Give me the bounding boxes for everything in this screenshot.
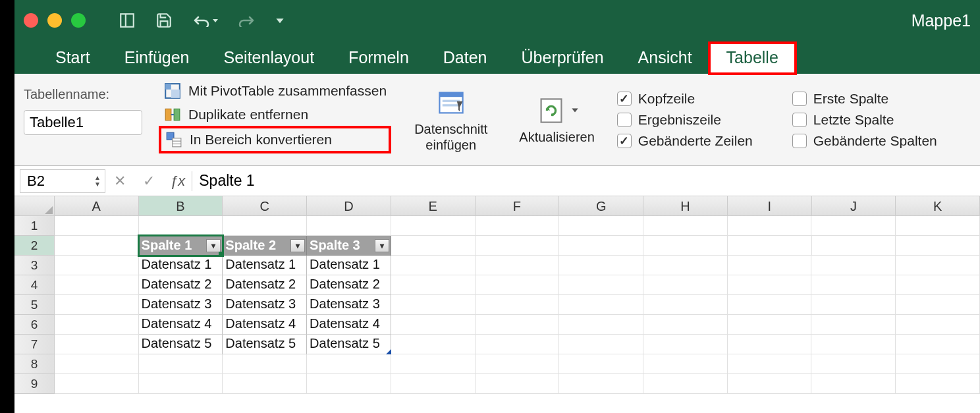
- cell[interactable]: [643, 275, 728, 295]
- cell[interactable]: [559, 335, 643, 354]
- insert-slicer-button[interactable]: Datenschnitt einfügen: [408, 84, 494, 155]
- cell[interactable]: [476, 335, 560, 354]
- tab-ansicht[interactable]: Ansicht: [621, 43, 709, 74]
- cell[interactable]: Datensatz 4: [139, 315, 223, 335]
- cell[interactable]: Spalte 3▾: [307, 236, 391, 256]
- cell[interactable]: [728, 236, 812, 256]
- row-header[interactable]: 5: [14, 295, 55, 315]
- cell[interactable]: [391, 315, 476, 335]
- cell[interactable]: [811, 295, 896, 315]
- cell[interactable]: Spalte 1▾: [139, 236, 223, 256]
- cell[interactable]: Datensatz 5: [223, 335, 307, 354]
- cell[interactable]: Datensatz 2: [139, 275, 223, 295]
- col-header[interactable]: D: [307, 196, 391, 216]
- filter-dropdown-icon[interactable]: ▾: [290, 239, 305, 252]
- cell[interactable]: [728, 256, 812, 275]
- spreadsheet-grid[interactable]: A B C D E F G H I J K 12Spalte 1▾Spalte …: [14, 196, 980, 413]
- cell[interactable]: [139, 354, 223, 374]
- cell[interactable]: [643, 354, 728, 374]
- table-name-input[interactable]: [24, 110, 142, 135]
- cell[interactable]: [811, 315, 896, 335]
- cell[interactable]: Datensatz 5: [139, 335, 223, 354]
- select-all-corner[interactable]: [14, 196, 55, 216]
- cell[interactable]: [559, 236, 643, 256]
- first-column-checkbox[interactable]: Erste Spalte: [792, 91, 937, 107]
- cell[interactable]: [728, 374, 812, 394]
- cell[interactable]: [811, 275, 896, 295]
- cell[interactable]: [559, 295, 643, 315]
- convert-to-range-button[interactable]: In Bereich konvertieren: [161, 128, 389, 151]
- total-row-checkbox[interactable]: Ergebniszeile: [617, 112, 753, 128]
- banded-columns-checkbox[interactable]: Gebänderte Spalten: [792, 133, 937, 149]
- cell[interactable]: [896, 295, 980, 315]
- summarize-pivot-button[interactable]: Mit PivotTable zusammenfassen: [161, 80, 389, 101]
- col-header[interactable]: A: [55, 196, 139, 216]
- undo-icon[interactable]: [192, 14, 219, 27]
- cell[interactable]: [476, 374, 560, 394]
- cell[interactable]: [728, 354, 812, 374]
- cell[interactable]: [476, 275, 560, 295]
- cell[interactable]: [391, 295, 476, 315]
- col-header[interactable]: H: [643, 196, 728, 216]
- cell[interactable]: Datensatz 4: [307, 315, 391, 335]
- cell[interactable]: [559, 354, 643, 374]
- cell[interactable]: [643, 236, 728, 256]
- cell[interactable]: [559, 216, 643, 236]
- cell[interactable]: [643, 315, 728, 335]
- cell[interactable]: [391, 275, 476, 295]
- tab-daten[interactable]: Daten: [426, 43, 504, 74]
- cell[interactable]: [812, 236, 896, 256]
- cell[interactable]: [643, 335, 728, 354]
- cell[interactable]: [391, 236, 476, 256]
- tab-formeln[interactable]: Formeln: [331, 43, 426, 74]
- cell[interactable]: Datensatz 3: [223, 295, 307, 315]
- col-header[interactable]: B: [139, 196, 223, 216]
- cell[interactable]: [476, 354, 560, 374]
- cell[interactable]: [391, 335, 476, 354]
- row-header[interactable]: 1: [14, 216, 55, 236]
- filter-dropdown-icon[interactable]: ▾: [375, 239, 389, 252]
- cell[interactable]: [896, 374, 980, 394]
- cell[interactable]: [896, 315, 980, 335]
- cell[interactable]: [811, 374, 896, 394]
- save-icon[interactable]: [155, 12, 173, 29]
- col-header[interactable]: E: [391, 196, 476, 216]
- cell[interactable]: Datensatz 1: [139, 256, 223, 275]
- cell[interactable]: [559, 315, 643, 335]
- cell[interactable]: [811, 335, 896, 354]
- row-header[interactable]: 3: [14, 256, 55, 275]
- cell[interactable]: [811, 354, 896, 374]
- cell[interactable]: [391, 216, 476, 236]
- row-header[interactable]: 6: [14, 315, 55, 335]
- row-header[interactable]: 8: [14, 354, 55, 374]
- cell[interactable]: [139, 216, 223, 236]
- cell[interactable]: [559, 275, 643, 295]
- maximize-window-button[interactable]: [71, 13, 86, 28]
- toggle-fullscreen-icon[interactable]: [119, 12, 136, 29]
- row-header[interactable]: 4: [14, 275, 55, 295]
- cell[interactable]: [896, 275, 980, 295]
- cell[interactable]: [55, 256, 139, 275]
- cell[interactable]: [391, 256, 476, 275]
- cell[interactable]: [643, 295, 728, 315]
- table-resize-handle[interactable]: [386, 349, 391, 354]
- cell[interactable]: [896, 335, 980, 354]
- cell[interactable]: [728, 295, 812, 315]
- row-header[interactable]: 2: [14, 236, 55, 256]
- qat-customize-icon[interactable]: [275, 16, 285, 25]
- cell[interactable]: [643, 256, 728, 275]
- cell[interactable]: [811, 256, 896, 275]
- filter-dropdown-icon[interactable]: ▾: [206, 239, 221, 252]
- cell[interactable]: [55, 216, 139, 236]
- cell[interactable]: [811, 216, 896, 236]
- remove-duplicates-button[interactable]: Duplikate entfernen: [161, 104, 389, 125]
- cell[interactable]: [559, 374, 643, 394]
- confirm-formula-button[interactable]: ✓: [137, 169, 161, 193]
- cell[interactable]: [55, 354, 139, 374]
- cell[interactable]: [559, 256, 643, 275]
- cell[interactable]: [223, 354, 307, 374]
- redo-icon[interactable]: [238, 14, 256, 27]
- col-header[interactable]: I: [728, 196, 812, 216]
- fx-icon[interactable]: ƒx: [170, 173, 185, 190]
- cell[interactable]: Datensatz 3: [307, 295, 391, 315]
